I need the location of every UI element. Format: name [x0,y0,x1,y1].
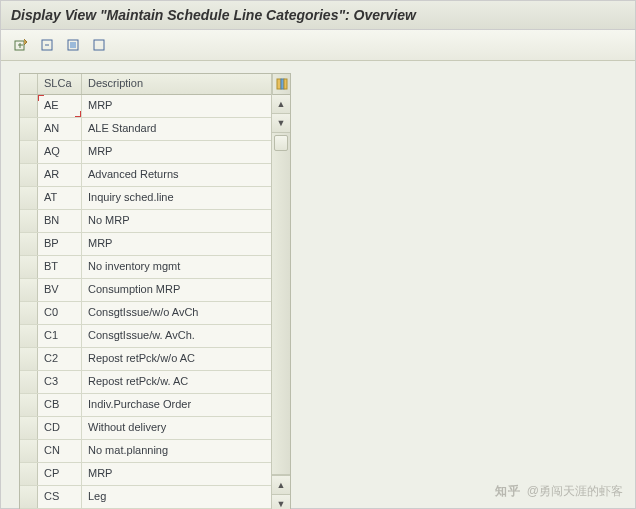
vertical-scrollbar[interactable]: ▲ ▼ ▲ ▼ [271,74,290,509]
table-row: C0ConsgtIssue/w/o AvCh [20,302,271,325]
row-selector[interactable] [20,325,38,347]
col-header-description[interactable]: Description [82,74,271,94]
table-body: AEMRPANALE StandardAQMRPARAdvanced Retur… [20,95,271,509]
app-window: Display View "Maintain Schedule Line Cat… [0,0,636,509]
cell-description[interactable]: Without delivery [82,417,271,439]
cell-code[interactable]: AT [38,187,82,209]
row-selector[interactable] [20,164,38,186]
cell-code[interactable]: AE [38,95,82,117]
table-row: C2Repost retPck/w/o AC [20,348,271,371]
table-config-icon[interactable] [272,74,291,95]
page-title: Display View "Maintain Schedule Line Cat… [1,1,635,30]
cell-code[interactable]: C1 [38,325,82,347]
row-selector[interactable] [20,440,38,462]
scroll-down-button[interactable]: ▼ [272,114,290,133]
select-all-icon [66,38,80,52]
row-selector[interactable] [20,486,38,508]
table-row: CDWithout delivery [20,417,271,440]
watermark: 知乎 @勇闯天涯的虾客 [495,483,623,500]
row-selector[interactable] [20,256,38,278]
cell-code[interactable]: AR [38,164,82,186]
row-selector[interactable] [20,348,38,370]
row-selector[interactable] [20,210,38,232]
row-selector[interactable] [20,394,38,416]
svg-rect-3 [70,42,76,48]
cell-description[interactable]: Consumption MRP [82,279,271,301]
cell-code[interactable]: C3 [38,371,82,393]
table-row: C1ConsgtIssue/w. AvCh. [20,325,271,348]
table-row: AQMRP [20,141,271,164]
table-row: BVConsumption MRP [20,279,271,302]
cell-code[interactable]: BT [38,256,82,278]
cell-description[interactable]: No mat.planning [82,440,271,462]
toolbar-btn-expand[interactable] [11,35,31,55]
cell-code[interactable]: AN [38,118,82,140]
cell-description[interactable]: Repost retPck/w/o AC [82,348,271,370]
cell-description[interactable]: Inquiry sched.line [82,187,271,209]
cell-description[interactable]: Repost retPck/w. AC [82,371,271,393]
cell-code[interactable]: AQ [38,141,82,163]
watermark-author: @勇闯天涯的虾客 [527,483,623,500]
toolbar-btn-collapse[interactable] [37,35,57,55]
svg-rect-5 [277,79,281,89]
cell-code[interactable]: BP [38,233,82,255]
row-selector[interactable] [20,463,38,485]
data-table: SLCa Description AEMRPANALE StandardAQMR… [19,73,291,509]
col-header-code[interactable]: SLCa [38,74,82,94]
toolbar-btn-select[interactable] [63,35,83,55]
toolbar-btn-deselect[interactable] [89,35,109,55]
row-selector[interactable] [20,302,38,324]
toolbar [1,30,635,61]
cell-description[interactable]: No MRP [82,210,271,232]
table-row: BPMRP [20,233,271,256]
cell-description[interactable]: ConsgtIssue/w. AvCh. [82,325,271,347]
row-selector[interactable] [20,141,38,163]
row-selector[interactable] [20,279,38,301]
cell-description[interactable]: MRP [82,95,271,117]
scroll-up-button[interactable]: ▲ [272,95,290,114]
table-row: AEMRP [20,95,271,118]
cell-code[interactable]: C2 [38,348,82,370]
table-row: CNNo mat.planning [20,440,271,463]
cell-description[interactable]: ALE Standard [82,118,271,140]
col-header-select[interactable] [20,74,38,94]
row-selector[interactable] [20,187,38,209]
row-selector[interactable] [20,118,38,140]
table-row: CSLeg [20,486,271,509]
table-row: ANALE Standard [20,118,271,141]
cell-code[interactable]: CP [38,463,82,485]
cell-code[interactable]: CN [38,440,82,462]
cell-code[interactable]: CS [38,486,82,508]
row-selector[interactable] [20,233,38,255]
cell-code[interactable]: C0 [38,302,82,324]
cell-description[interactable]: Advanced Returns [82,164,271,186]
table-row: ATInquiry sched.line [20,187,271,210]
cell-code[interactable]: CB [38,394,82,416]
row-selector[interactable] [20,417,38,439]
scroll-track[interactable] [272,133,290,475]
cell-description[interactable]: ConsgtIssue/w/o AvCh [82,302,271,324]
scroll-up-button-2[interactable]: ▲ [272,475,290,494]
cell-description[interactable]: MRP [82,463,271,485]
svg-rect-4 [94,40,104,50]
scroll-thumb[interactable] [274,135,288,151]
scroll-down-button-2[interactable]: ▼ [272,494,290,509]
table-header: SLCa Description [20,74,271,95]
row-selector[interactable] [20,371,38,393]
cell-description[interactable]: MRP [82,141,271,163]
cell-description[interactable]: Indiv.Purchase Order [82,394,271,416]
table-row: CPMRP [20,463,271,486]
cell-code[interactable]: BV [38,279,82,301]
content-area: SLCa Description AEMRPANALE StandardAQMR… [1,61,635,509]
cell-code[interactable]: BN [38,210,82,232]
row-selector[interactable] [20,95,38,117]
table-row: ARAdvanced Returns [20,164,271,187]
collapse-all-icon [40,38,54,52]
table-row: CBIndiv.Purchase Order [20,394,271,417]
cell-description[interactable]: No inventory mgmt [82,256,271,278]
cell-description[interactable]: Leg [82,486,271,508]
watermark-logo: 知乎 [495,483,521,500]
cell-code[interactable]: CD [38,417,82,439]
cell-description[interactable]: MRP [82,233,271,255]
deselect-all-icon [92,38,106,52]
